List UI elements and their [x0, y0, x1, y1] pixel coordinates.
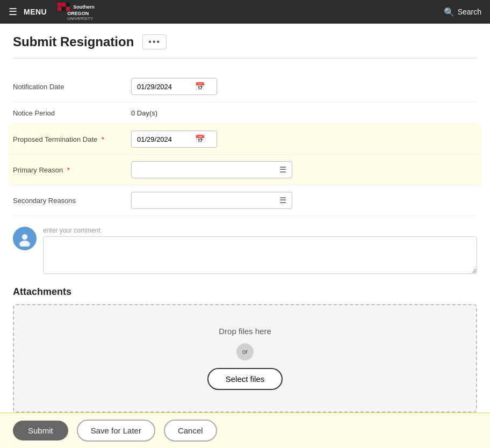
notification-date-field: 📅: [131, 78, 477, 95]
required-asterisk: *: [102, 135, 104, 143]
attachments-title: Attachments: [13, 286, 477, 298]
proposed-termination-label: Proposed Termination Date *: [13, 135, 131, 143]
more-options-button[interactable]: •••: [142, 34, 167, 49]
logo[interactable]: Southern OREGON UNIVERSITY: [53, 3, 95, 21]
action-bar: Submit Save for Later Cancel: [0, 413, 490, 423]
primary-required-asterisk: *: [67, 166, 70, 174]
proposed-termination-row: Proposed Termination Date * 📅: [9, 124, 481, 155]
select-files-button[interactable]: Select files: [207, 368, 283, 390]
avatar-icon: [17, 230, 33, 247]
secondary-reasons-row: Secondary Reasons ☰: [13, 185, 477, 216]
notification-date-input-wrapper[interactable]: 📅: [131, 78, 217, 95]
secondary-reasons-input[interactable]: [137, 197, 275, 205]
search-label[interactable]: Search: [458, 8, 481, 16]
secondary-reasons-list-icon: ☰: [279, 196, 286, 205]
primary-reason-select[interactable]: ☰: [131, 161, 292, 178]
page-title-row: Submit Resignation •••: [13, 34, 477, 59]
primary-reason-field: ☰: [131, 161, 477, 178]
proposed-termination-input-wrapper[interactable]: 📅: [131, 131, 217, 148]
menu-label[interactable]: MENU: [24, 8, 47, 16]
proposed-termination-calendar-icon[interactable]: 📅: [195, 134, 205, 144]
save-for-later-button[interactable]: Save for Later: [77, 420, 155, 423]
notice-period-value: 0 Day(s): [131, 109, 477, 117]
search-icon[interactable]: 🔍: [444, 7, 455, 17]
notification-date-label: Notification Date: [13, 83, 131, 91]
secondary-reasons-select[interactable]: ☰: [131, 192, 292, 209]
main-content: Submit Resignation ••• Notification Date…: [0, 24, 490, 423]
proposed-termination-input[interactable]: [137, 135, 191, 143]
primary-reason-list-icon: ☰: [279, 165, 286, 175]
header-left: ☰ MENU Southern OREGON UNIVERSITY: [9, 3, 95, 21]
drop-zone[interactable]: Drop files here or Select files: [13, 304, 477, 413]
notification-date-calendar-icon[interactable]: 📅: [195, 82, 205, 91]
page-title: Submit Resignation: [13, 34, 134, 49]
comment-textarea[interactable]: [43, 236, 477, 274]
notification-date-input[interactable]: [137, 83, 191, 91]
attachments-section: Attachments Drop files here or Select fi…: [13, 286, 477, 413]
svg-point-1: [22, 234, 28, 240]
app-header: ☰ MENU Southern OREGON UNIVERSITY: [0, 0, 490, 24]
comment-section: enter your comment: [13, 227, 477, 276]
drop-files-text: Drop files here: [219, 327, 271, 336]
secondary-reasons-label: Secondary Reasons: [13, 197, 131, 205]
proposed-termination-field: 📅: [131, 131, 477, 148]
hamburger-icon[interactable]: ☰: [9, 6, 17, 18]
submit-button[interactable]: Submit: [13, 421, 68, 423]
primary-reason-input[interactable]: [137, 166, 275, 174]
primary-reason-label: Primary Reason *: [13, 166, 131, 174]
notice-period-label: Notice Period: [13, 109, 131, 117]
comment-box-wrapper: enter your comment: [43, 227, 477, 276]
search-area[interactable]: 🔍 Search: [444, 7, 481, 17]
form-section: Notification Date 📅 Notice Period 0 Day(…: [13, 71, 477, 216]
comment-placeholder-label: enter your comment: [43, 227, 477, 234]
or-badge: or: [236, 343, 254, 360]
avatar: [13, 227, 37, 250]
secondary-reasons-field: ☰: [131, 192, 477, 209]
primary-reason-row: Primary Reason * ☰: [9, 155, 481, 185]
notice-period-row: Notice Period 0 Day(s): [13, 102, 477, 124]
notification-date-row: Notification Date 📅: [13, 71, 477, 102]
notice-period-static: 0 Day(s): [131, 109, 157, 117]
cancel-button[interactable]: Cancel: [164, 420, 217, 423]
